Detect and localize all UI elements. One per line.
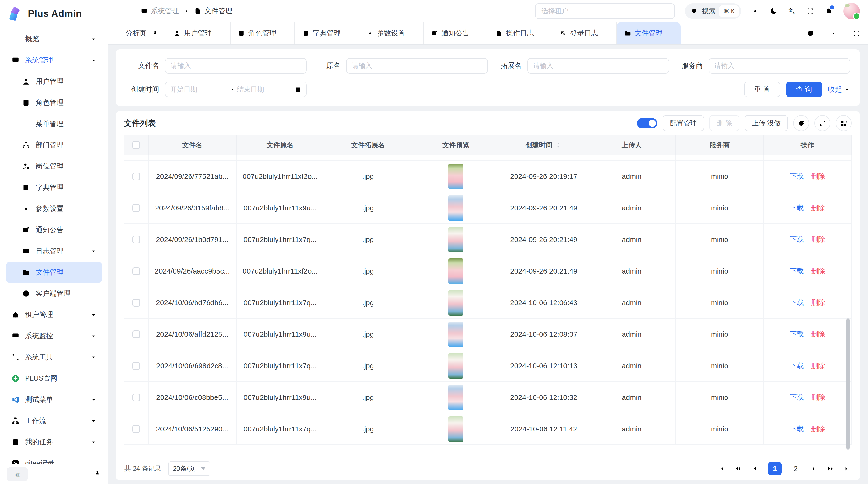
close-icon[interactable] (281, 30, 287, 36)
tenant-select[interactable] (535, 3, 675, 19)
close-icon[interactable] (217, 30, 223, 36)
download-link[interactable]: 下载 (790, 266, 804, 276)
sidebar-item-log-mgmt[interactable]: 日志管理 (6, 240, 102, 262)
delete-link[interactable]: 删除 (811, 235, 825, 245)
upload-button[interactable]: 上传 没做 (745, 115, 788, 131)
preview-image[interactable] (448, 322, 463, 347)
sidebar-item-dict-mgmt[interactable]: 字典管理 (6, 177, 102, 198)
sidebar-item-post-mgmt[interactable]: 岗位管理 (6, 156, 102, 177)
close-icon[interactable] (668, 30, 674, 36)
search-button[interactable]: 查 询 (786, 82, 822, 97)
last-page-button[interactable] (843, 465, 851, 473)
sidebar-item-dept-mgmt[interactable]: 部门管理 (6, 134, 102, 156)
table-scrollbar[interactable] (846, 318, 850, 450)
col-created-time[interactable]: 创建时间 (500, 135, 588, 155)
sidebar-collapse-button[interactable]: « (7, 467, 28, 481)
avatar[interactable] (843, 3, 860, 19)
delete-link[interactable]: 删除 (811, 329, 825, 339)
preview-image[interactable] (448, 385, 463, 410)
column-settings-button[interactable] (836, 115, 851, 131)
tabbar-refresh-button[interactable] (799, 22, 822, 44)
preview-image[interactable] (448, 290, 463, 316)
prev-page-button[interactable] (751, 465, 759, 473)
sidebar-item-system-mgmt[interactable]: 系统管理 (6, 50, 102, 71)
tabbar-fullscreen-button[interactable] (845, 22, 868, 44)
row-checkbox[interactable] (132, 267, 140, 275)
prev-jump-button[interactable] (735, 465, 742, 473)
table-fullscreen-button[interactable] (814, 115, 830, 131)
delete-link[interactable]: 删除 (811, 361, 825, 371)
download-link[interactable]: 下载 (790, 329, 804, 339)
tabbar-more-button[interactable] (822, 22, 845, 44)
download-link[interactable]: 下载 (790, 172, 804, 181)
sidebar-item-role-mgmt[interactable]: 角色管理 (6, 92, 102, 113)
provider-input[interactable] (714, 62, 845, 70)
download-link[interactable]: 下载 (790, 424, 804, 434)
global-search[interactable]: 搜索 ⌘ K (685, 3, 741, 19)
sidebar-item-file-mgmt[interactable]: 文件管理 (6, 262, 102, 283)
tab-dict-mgmt[interactable]: 字典管理 (295, 22, 359, 44)
breadcrumb-system-mgmt[interactable]: 系统管理 (140, 6, 179, 16)
page-1-button[interactable]: 1 (768, 462, 782, 475)
close-icon[interactable] (539, 30, 545, 36)
pin-icon[interactable] (152, 30, 158, 37)
sidebar-item-client-mgmt[interactable]: 客户端管理 (6, 283, 102, 304)
page-size-select[interactable]: 20条/页 (168, 461, 211, 476)
row-checkbox[interactable] (132, 425, 140, 433)
next-page-button[interactable] (810, 465, 817, 473)
preview-image[interactable] (448, 258, 463, 284)
tab-param-settings[interactable]: 参数设置 (359, 22, 424, 44)
config-mgmt-button[interactable]: 配置管理 (662, 115, 704, 131)
delete-button[interactable]: 删 除 (709, 115, 739, 131)
delete-link[interactable]: 删除 (811, 298, 825, 308)
sidebar-item-menu-mgmt[interactable]: 菜单管理 (6, 113, 102, 134)
sidebar-item-my-tasks[interactable]: 我的任务 (6, 431, 102, 453)
row-checkbox[interactable] (132, 204, 140, 212)
select-all-checkbox[interactable] (132, 141, 140, 149)
sidebar-item-system-monitor[interactable]: 系统监控 (6, 325, 102, 347)
close-icon[interactable] (410, 30, 416, 36)
row-checkbox[interactable] (132, 362, 140, 370)
sidebar-item-system-tools[interactable]: 系统工具 (6, 347, 102, 368)
tab-notice[interactable]: 通知公告 (424, 22, 488, 44)
preview-image[interactable] (448, 164, 463, 189)
download-link[interactable]: 下载 (790, 235, 804, 245)
delete-link[interactable]: 删除 (811, 203, 825, 213)
close-icon[interactable] (345, 30, 351, 36)
sidebar-item-notice[interactable]: 通知公告 (6, 219, 102, 240)
delete-link[interactable]: 删除 (811, 172, 825, 181)
preview-image[interactable] (448, 353, 463, 379)
gear-icon[interactable] (751, 7, 760, 15)
ext-name-input[interactable] (533, 62, 663, 70)
sort-icon[interactable] (555, 141, 562, 149)
sidebar-item-tenant-mgmt[interactable]: 租户管理 (6, 304, 102, 325)
close-icon[interactable] (603, 30, 609, 36)
dark-mode-icon[interactable] (770, 7, 778, 15)
tab-user-mgmt[interactable]: 用户管理 (166, 22, 230, 44)
pin-icon[interactable] (94, 470, 101, 478)
sidebar-item-test-menu[interactable]: 测试菜单 (6, 389, 102, 410)
fullscreen-icon[interactable] (806, 7, 814, 15)
row-checkbox[interactable] (132, 330, 140, 338)
sidebar-item-workflow[interactable]: 工作流 (6, 410, 102, 431)
download-link[interactable]: 下载 (790, 361, 804, 371)
tab-role-mgmt[interactable]: 角色管理 (230, 22, 295, 44)
sidebar-item-user-mgmt[interactable]: 用户管理 (6, 71, 102, 92)
delete-link[interactable]: 删除 (811, 266, 825, 276)
tab-login-log[interactable]: 登录日志 (552, 22, 617, 44)
preview-image[interactable] (448, 195, 463, 221)
sidebar-item-param-settings[interactable]: 参数设置 (6, 198, 102, 219)
collapse-filters-link[interactable]: 收起 (828, 85, 850, 94)
reset-button[interactable]: 重 置 (744, 82, 780, 97)
tab-file-mgmt[interactable]: 文件管理 (617, 22, 681, 44)
download-link[interactable]: 下载 (790, 298, 804, 308)
download-link[interactable]: 下载 (790, 393, 804, 402)
tab-analysis[interactable]: 分析页 (118, 22, 166, 44)
config-toggle[interactable] (637, 118, 657, 128)
file-name-input[interactable] (171, 62, 301, 70)
download-link[interactable]: 下载 (790, 203, 804, 213)
row-checkbox[interactable] (132, 172, 140, 180)
table-refresh-button[interactable] (793, 115, 809, 131)
delete-link[interactable]: 删除 (811, 424, 825, 434)
date-range-input[interactable]: 开始日期 结束日期 (165, 82, 307, 97)
